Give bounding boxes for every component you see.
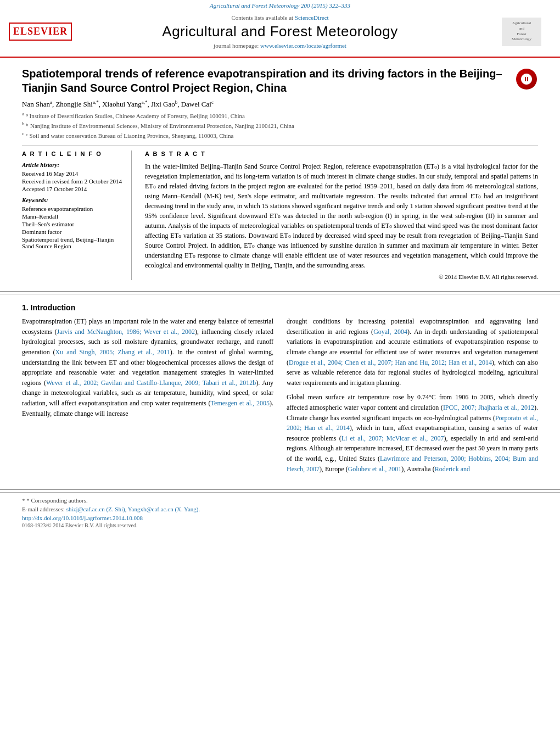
keyword-5: Spatiotemporal trend, Beijing–Tianjin Sa… <box>22 236 122 249</box>
ref-temesgen[interactable]: Temesgen et al., 2005 <box>211 399 270 407</box>
affiliation-b: b ᵇ Nanjing Institute of Environmental S… <box>22 121 538 130</box>
crossmark-badge[interactable] <box>516 69 538 90</box>
copyright-line: © 2014 Elsevier B.V. All rights reserved… <box>145 274 538 280</box>
journal-logo-image: AgriculturalandForestMeteorology <box>502 18 541 46</box>
crossmark-icon[interactable] <box>516 69 537 90</box>
license-line: 0168-1923/© 2014 Elsevier B.V. All right… <box>22 522 538 528</box>
body-para-3: Global mean surface air temperature rose… <box>287 392 538 474</box>
authors-line: Nan Shana, Zhongjie Shia,*, Xiaohui Yang… <box>22 99 538 109</box>
article-content: Spatiotemporal trends of reference evapo… <box>0 58 560 289</box>
journal-center: Contents lists available at ScienceDirec… <box>58 14 502 49</box>
abstract-body: In the water-limited Beijing–Tianjin San… <box>145 163 538 269</box>
affiliation-a: a ᵃ Institute of Desertification Studies… <box>22 111 538 120</box>
corresponding-star: * <box>22 497 25 504</box>
body-col-right: drought conditions by increasing potenti… <box>287 316 538 478</box>
journal-header: Agricultural and Forest Meteorology 200 … <box>0 0 560 58</box>
doi-line: http://dx.doi.org/10.1016/j.agrformet.20… <box>22 515 538 521</box>
body-content: 1. Introduction Evapotranspiration (ET) … <box>0 294 560 487</box>
article-info-column: A R T I C L E I N F O Article history: R… <box>22 150 132 280</box>
keyword-1: Reference evapotranspiration <box>22 205 122 212</box>
doi-link[interactable]: http://dx.doi.org/10.1016/j.agrformet.20… <box>22 515 143 521</box>
contents-label: Contents lists available at <box>231 14 293 21</box>
ref-wever[interactable]: Wever et al., 2002; Gavilan and Castillo… <box>46 379 256 387</box>
keyword-4: Dominant factor <box>22 228 122 235</box>
ref-golubev[interactable]: Golubev et al., 2001 <box>348 465 402 473</box>
ref-goyal[interactable]: Goyal, 2004 <box>373 328 407 336</box>
abstract-text: In the water-limited Beijing–Tianjin San… <box>145 161 538 270</box>
body-para-2: drought conditions by increasing potenti… <box>287 316 538 388</box>
sciencedirect-link[interactable]: ScienceDirect <box>295 14 329 21</box>
keyword-3: Theil–Sen's estimator <box>22 221 122 227</box>
section-1-title: 1. Introduction <box>22 303 538 312</box>
email-label: E-mail addresses: <box>22 506 65 512</box>
ref-drogue[interactable]: Drogue et al., 2004; Chen et al., 2007; … <box>289 359 492 366</box>
corresponding-note: * * Corresponding authors. <box>22 497 538 504</box>
keyword-2: Mann–Kendall <box>22 213 122 220</box>
body-two-col: Evapotranspiration (ET) plays an importa… <box>22 316 538 478</box>
affiliation-c: c ᶜ Soil and water conservation Bureau o… <box>22 131 538 140</box>
article-title-section: Spatiotemporal trends of reference evapo… <box>22 66 538 95</box>
affiliations: a ᵃ Institute of Desertification Studies… <box>22 111 538 139</box>
homepage-link[interactable]: www.elsevier.com/locate/agrformet <box>260 42 346 49</box>
elsevier-logo: ELSEVIER <box>9 23 58 41</box>
ref-xu[interactable]: Xu and Singh, 2005; Zhang et al., 2011 <box>55 348 170 356</box>
ref-porporato[interactable]: Porporato et al., 2002; Han et al., 2014 <box>287 414 538 432</box>
ref-jarvis[interactable]: Jarvis and McNaughton, 1986; Wever et al… <box>57 328 195 336</box>
email-note: E-mail addresses: shizj@caf.ac.cn (Z. Sh… <box>22 506 538 512</box>
body-para-1: Evapotranspiration (ET) plays an importa… <box>22 316 273 419</box>
article-info-header: A R T I C L E I N F O <box>22 150 122 157</box>
ref-lawrimore[interactable]: Lawrimore and Peterson, 2000; Hobbins, 2… <box>287 455 538 473</box>
footer-separator <box>0 489 560 490</box>
abstract-header: A B S T R A C T <box>145 150 538 157</box>
ref-roderick[interactable]: Roderick and <box>435 465 470 473</box>
journal-citation-bar: Agricultural and Forest Meteorology 200 … <box>0 0 560 10</box>
article-footer: * * Corresponding authors. E-mail addres… <box>0 492 560 533</box>
email-links[interactable]: shizj@caf.ac.cn (Z. Shi), Yangxh@caf.ac.… <box>66 506 200 512</box>
ref-ipcc[interactable]: IPCC, 2007; Jhajharia et al., 2012 <box>443 404 534 411</box>
body-col-left: Evapotranspiration (ET) plays an importa… <box>22 316 273 478</box>
history-accepted: Accepted 17 October 2014 <box>22 186 122 192</box>
homepage-line: journal homepage: www.elsevier.com/locat… <box>58 42 502 49</box>
journal-title: Agricultural and Forest Meteorology <box>58 23 502 40</box>
contents-line: Contents lists available at ScienceDirec… <box>58 14 502 21</box>
ref-li[interactable]: Li et al., 2007; McVicar et al., 2007 <box>341 434 444 442</box>
history-revised: Received in revised form 2 October 2014 <box>22 178 122 185</box>
history-label: Article history: <box>22 161 122 168</box>
authors-text: Nan Shana, Zhongjie Shia,*, Xiaohui Yang… <box>22 100 214 108</box>
article-info-abstract-section: A R T I C L E I N F O Article history: R… <box>22 146 538 280</box>
article-title: Spatiotemporal trends of reference evapo… <box>22 66 507 95</box>
section-separator <box>0 291 560 292</box>
homepage-label: journal homepage: <box>214 42 259 49</box>
history-received: Received 16 May 2014 <box>22 170 122 177</box>
journal-logo-right: AgriculturalandForestMeteorology <box>502 18 551 46</box>
keywords-label: Keywords: <box>22 197 122 203</box>
journal-citation-text: Agricultural and Forest Meteorology 200 … <box>210 2 350 9</box>
abstract-column: A B S T R A C T In the water-limited Bei… <box>145 150 538 280</box>
corresponding-label: * Corresponding authors. <box>26 497 88 504</box>
